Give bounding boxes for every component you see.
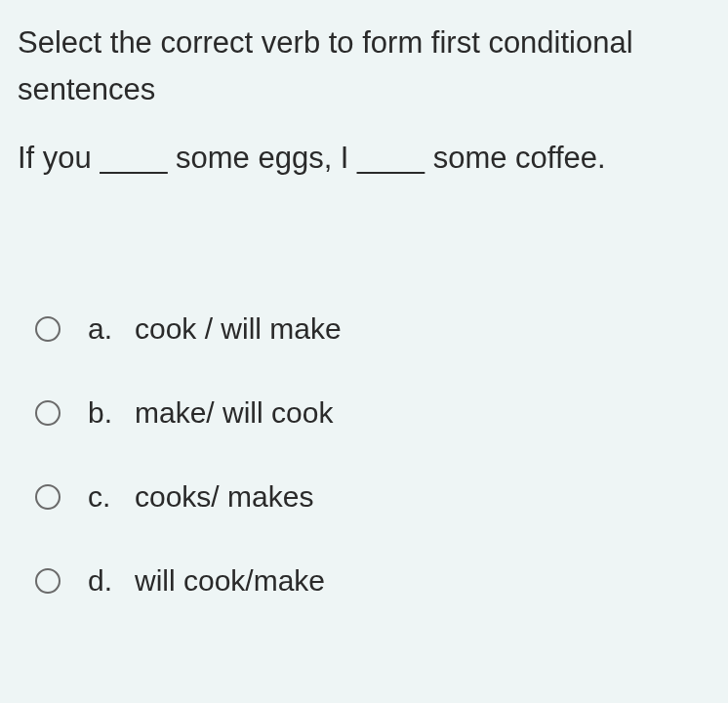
option-letter: d.	[88, 564, 135, 598]
option-letter: a.	[88, 312, 135, 346]
option-text: cooks/ makes	[135, 480, 313, 514]
option-a[interactable]: a. cook / will make	[35, 312, 710, 346]
question-instruction: Select the correct verb to form first co…	[18, 20, 710, 113]
option-text: make/ will cook	[135, 396, 333, 430]
radio-icon[interactable]	[35, 568, 61, 594]
radio-icon[interactable]	[35, 316, 61, 342]
option-letter: b.	[88, 396, 135, 430]
option-c[interactable]: c. cooks/ makes	[35, 480, 710, 514]
option-text: will cook/make	[135, 564, 325, 598]
options-list: a. cook / will make b. make/ will cook c…	[18, 312, 710, 598]
option-text: cook / will make	[135, 312, 342, 346]
radio-icon[interactable]	[35, 484, 61, 510]
option-letter: c.	[88, 480, 135, 514]
radio-icon[interactable]	[35, 400, 61, 426]
question-sentence: If you ____ some eggs, I ____ some coffe…	[18, 141, 710, 176]
option-d[interactable]: d. will cook/make	[35, 564, 710, 598]
option-b[interactable]: b. make/ will cook	[35, 396, 710, 430]
